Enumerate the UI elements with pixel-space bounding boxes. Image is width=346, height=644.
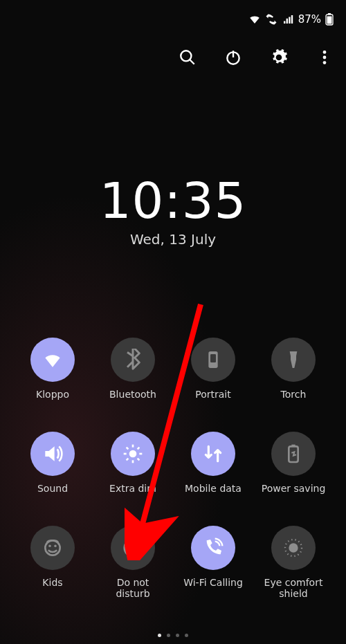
battery-percent: 87% xyxy=(298,13,321,26)
tile-label: Mobile data xyxy=(185,483,242,506)
tile-portrait[interactable]: Portrait xyxy=(173,338,253,412)
volte-status-icon xyxy=(265,13,277,26)
tile-label: Eye comfort shield xyxy=(259,577,328,600)
battery-icon xyxy=(271,432,316,476)
tile-wifi-calling[interactable]: Wi-Fi Calling xyxy=(173,526,253,600)
page-dot xyxy=(167,634,170,637)
tile-label: Kids xyxy=(42,577,62,600)
signal-status-icon xyxy=(282,13,294,26)
wifi-icon xyxy=(30,338,75,382)
page-dot xyxy=(176,634,179,637)
quick-settings-grid: KloppoBluetoothPortraitTorchSoundExtra d… xyxy=(0,338,346,600)
torch-icon xyxy=(271,338,316,382)
tile-wifi[interactable]: Kloppo xyxy=(12,338,93,412)
tile-label: Portrait xyxy=(195,389,230,412)
tile-label: Extra dim xyxy=(109,483,156,506)
tile-eye-comfort[interactable]: Eye comfort shield xyxy=(253,526,334,600)
portrait-icon xyxy=(191,338,235,382)
wifi-status-icon xyxy=(248,13,261,26)
eye-icon xyxy=(271,526,316,570)
dnd-icon xyxy=(111,526,155,570)
svg-rect-2 xyxy=(327,17,332,24)
extradim-icon xyxy=(111,432,155,476)
sound-icon xyxy=(30,432,75,476)
tile-mobile-data[interactable]: Mobile data xyxy=(173,432,253,506)
tile-label: Bluetooth xyxy=(109,389,156,412)
more-button[interactable] xyxy=(316,48,334,66)
kids-icon xyxy=(30,526,75,570)
page-indicator[interactable] xyxy=(0,634,346,637)
bluetooth-icon xyxy=(111,338,155,382)
tile-power-saving[interactable]: Power saving xyxy=(253,432,334,506)
svg-point-3 xyxy=(181,50,191,61)
tile-dnd[interactable]: Do not disturb xyxy=(93,526,173,600)
settings-button[interactable] xyxy=(270,48,288,66)
page-dot xyxy=(185,634,188,637)
svg-point-7 xyxy=(323,50,327,54)
clock: 10:35 Wed, 13 July xyxy=(0,172,346,248)
tile-label: Kloppo xyxy=(36,389,69,412)
svg-line-4 xyxy=(190,59,194,64)
tile-kids[interactable]: Kids xyxy=(12,526,93,600)
status-bar: 87% xyxy=(0,0,346,39)
tile-bluetooth[interactable]: Bluetooth xyxy=(93,338,173,412)
clock-time: 10:35 xyxy=(0,172,346,230)
power-button[interactable] xyxy=(224,48,242,66)
tile-torch[interactable]: Torch xyxy=(253,338,334,412)
clock-date: Wed, 13 July xyxy=(0,231,346,248)
tile-label: Torch xyxy=(281,389,307,412)
data-icon xyxy=(191,432,235,476)
battery-status-icon xyxy=(325,13,334,26)
wificall-icon xyxy=(191,526,235,570)
tile-sound[interactable]: Sound xyxy=(12,432,93,506)
svg-point-9 xyxy=(323,61,327,64)
svg-point-8 xyxy=(323,56,327,59)
tile-label: Wi-Fi Calling xyxy=(183,577,243,600)
search-button[interactable] xyxy=(179,48,197,66)
panel-actions xyxy=(179,48,334,66)
svg-rect-1 xyxy=(328,13,331,15)
page-dot xyxy=(158,634,161,637)
tile-label: Power saving xyxy=(262,483,326,506)
tile-extra-dim[interactable]: Extra dim xyxy=(93,432,173,506)
tile-label: Do not disturb xyxy=(98,577,167,600)
tile-label: Sound xyxy=(37,483,68,506)
